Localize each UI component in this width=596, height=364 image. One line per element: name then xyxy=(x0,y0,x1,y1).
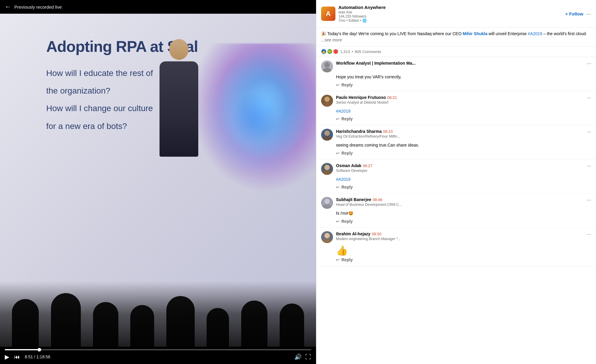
video-controls: ▶ ⏮ 8:51 / 1:18:58 🔊 ⛶ xyxy=(0,347,316,364)
comment-meta: Osman Adak 08:27 Software Developer xyxy=(336,163,584,173)
commenter-name[interactable]: Workflow Analyst | Implementation Ma... xyxy=(336,61,416,66)
comment-time: 08:27 xyxy=(363,164,373,168)
author-name[interactable]: Automation Anywhere xyxy=(338,5,386,10)
audience-sil-6 xyxy=(207,308,229,347)
comment-avatar xyxy=(321,60,333,72)
author-details: Automation Anywhere was live 144,155 fol… xyxy=(338,5,386,23)
audience-sil-7 xyxy=(241,301,267,347)
follow-button[interactable]: + Follow xyxy=(565,11,583,16)
progress-fill xyxy=(5,349,39,350)
volume-icon: 🔊 xyxy=(294,353,302,360)
video-header-title: Previously recorded live xyxy=(14,4,62,10)
svg-point-10 xyxy=(324,233,330,238)
comment-time: 08:21 xyxy=(387,95,397,100)
commenter-title: Veg Oil Extraction/Refinery/Flour Milfin… xyxy=(336,134,584,139)
was-live-text: was live xyxy=(338,10,386,14)
post-author-row: A Automation Anywhere was live 144,155 f… xyxy=(321,5,591,23)
svg-point-6 xyxy=(324,165,330,170)
comment-item: Harishchandra Sharma 08:23 Veg Oil Extra… xyxy=(316,125,596,159)
audience-sil-4 xyxy=(130,305,154,347)
back-button[interactable]: ← xyxy=(5,3,11,11)
reply-row[interactable]: ↩ Reply xyxy=(336,185,591,189)
caption-text-before: 🎉 Today's the day! We're coming to you L… xyxy=(321,31,463,36)
caption-hashtag[interactable]: #A2019 xyxy=(528,31,542,36)
comment-more-button[interactable]: ··· xyxy=(587,95,591,101)
reaction-icons: 👍 🤝 ❤️ xyxy=(321,49,338,54)
author-info: A Automation Anywhere was live 144,155 f… xyxy=(321,5,386,23)
audience-sil-8 xyxy=(280,304,304,347)
reply-label: Reply xyxy=(341,83,353,87)
particle-effect-2 xyxy=(203,58,307,178)
presenter-figure xyxy=(149,43,209,178)
comment-text: seeing dreams coming true.Can share idea… xyxy=(336,142,591,148)
reply-label: Reply xyxy=(341,219,353,224)
comment-meta: Harishchandra Sharma 08:23 Veg Oil Extra… xyxy=(336,129,584,139)
fullscreen-button[interactable]: ⛶ xyxy=(305,354,311,360)
svg-point-7 xyxy=(323,170,332,175)
reactions-count: 1,313 xyxy=(340,49,350,54)
presenter-head xyxy=(169,39,189,60)
see-more-link[interactable]: ...see more xyxy=(321,38,342,42)
audience-sil-1 xyxy=(12,299,39,347)
reply-row[interactable]: ↩ Reply xyxy=(336,83,591,87)
progress-bar[interactable] xyxy=(5,349,311,350)
globe-icon: 🌐 xyxy=(362,18,367,23)
reply-label: Reply xyxy=(341,151,353,155)
followers-count: 144,155 followers xyxy=(338,14,386,18)
video-header: ← Previously recorded live xyxy=(0,0,316,14)
comment-header: Harishchandra Sharma 08:23 Veg Oil Extra… xyxy=(321,129,591,141)
reply-icon: ↩ xyxy=(336,151,340,155)
comment-text: #A2019 xyxy=(336,177,591,183)
reply-icon: ↩ xyxy=(336,257,340,262)
commenter-name[interactable]: Paulo Henrique Frutuoso xyxy=(336,95,386,100)
comments-section: Workflow Analyst | Implementation Ma... … xyxy=(316,57,596,266)
comments-count: 805 Comments xyxy=(355,49,381,54)
controls-left: ▶ ⏮ 8:51 / 1:18:58 xyxy=(5,353,50,360)
time-display: 8:51 / 1:18:58 xyxy=(25,354,50,359)
comment-header: Subhajit Banerjee 08:46 Head of Business… xyxy=(321,197,591,209)
video-panel: ← Previously recorded live Adopting RPA … xyxy=(0,0,316,364)
author-logo-letter: A xyxy=(326,10,331,18)
commenter-name[interactable]: Osman Adak xyxy=(336,163,361,168)
caption-text-after: will unveil Enterprise xyxy=(487,31,528,36)
support-reaction-icon: 🤝 xyxy=(327,49,332,54)
reply-row[interactable]: ↩ Reply xyxy=(336,257,591,262)
caption-mention[interactable]: Mihir Shukla xyxy=(463,31,487,36)
comment-text: #A2019 xyxy=(336,108,591,114)
reply-row[interactable]: ↩ Reply xyxy=(336,151,591,155)
follow-label: Follow xyxy=(569,11,583,16)
reply-icon: ↩ xyxy=(336,83,340,87)
reply-label: Reply xyxy=(341,116,353,121)
comment-more-button[interactable]: ··· xyxy=(587,129,591,135)
comment-more-button[interactable]: ··· xyxy=(587,60,591,67)
svg-point-0 xyxy=(324,62,330,68)
comment-avatar xyxy=(321,197,333,209)
reply-row[interactable]: ↩ Reply xyxy=(336,116,591,121)
reply-row[interactable]: ↩ Reply xyxy=(336,219,591,224)
comment-more-button[interactable]: ··· xyxy=(587,163,591,169)
comment-item: Ibrahim Al-hejazy 08:50 Modern engineeri… xyxy=(316,228,596,266)
reply-label: Reply xyxy=(341,185,353,189)
video-container[interactable]: Adopting RPA at Scal How will I educate … xyxy=(0,14,316,347)
commenter-name[interactable]: Subhajit Banerjee xyxy=(336,197,371,202)
more-options-button[interactable]: ··· xyxy=(586,10,591,17)
time-edited-text: 7mo • Edited • xyxy=(338,18,361,23)
play-button[interactable]: ▶ xyxy=(5,353,9,360)
comment-header: Ibrahim Al-hejazy 08:50 Modern engineeri… xyxy=(321,231,591,243)
audience-sil-2 xyxy=(51,293,81,347)
skip-back-button[interactable]: ⏮ xyxy=(14,354,20,360)
edited-row: 7mo • Edited • 🌐 xyxy=(338,18,386,23)
post-header: A Automation Anywhere was live 144,155 f… xyxy=(316,0,596,28)
play-icon: ▶ xyxy=(5,353,9,360)
like-reaction-icon: 👍 xyxy=(321,49,326,54)
volume-button[interactable]: 🔊 xyxy=(294,353,302,360)
comment-time: 08:50 xyxy=(372,232,382,236)
comment-more-button[interactable]: ··· xyxy=(587,231,591,237)
commenter-name[interactable]: Harishchandra Sharma xyxy=(336,129,382,134)
commenter-title: Modern engineering Branch Manager *... xyxy=(336,237,584,241)
reactions-row: 👍 🤝 ❤️ 1,313 • 805 Comments xyxy=(316,46,596,57)
comment-item: Workflow Analyst | Implementation Ma... … xyxy=(316,57,596,91)
commenter-name[interactable]: Ibrahim Al-hejazy xyxy=(336,231,370,236)
commenter-title: Senior Analyst at Diebold Nixdorf xyxy=(336,100,584,105)
comment-more-button[interactable]: ··· xyxy=(587,197,591,203)
